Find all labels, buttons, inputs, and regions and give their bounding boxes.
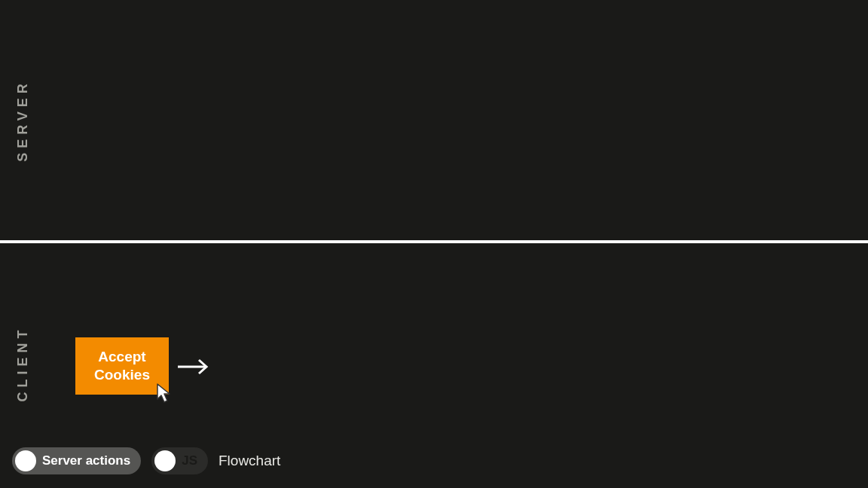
diagram-stage: SERVER CLIENT Accept Cookies Server acti…: [0, 0, 868, 488]
toggle-js-label: JS: [182, 453, 197, 468]
toggle-knob: [154, 450, 176, 471]
accept-cookies-line2: Cookies: [94, 367, 150, 383]
server-panel-label: SERVER: [15, 79, 31, 162]
toggle-js[interactable]: JS: [151, 447, 208, 474]
accept-cookies-button[interactable]: Accept Cookies: [75, 337, 169, 395]
server-panel: SERVER: [0, 0, 868, 240]
toggle-server-actions[interactable]: Server actions: [12, 447, 141, 474]
accept-cookies-button-text: Accept Cookies: [94, 348, 150, 384]
toggle-knob: [15, 450, 36, 471]
accept-cookies-line1: Accept: [98, 349, 145, 364]
cursor-icon: [157, 383, 172, 404]
toggle-server-actions-label: Server actions: [42, 453, 130, 468]
client-panel-label: CLIENT: [15, 326, 31, 402]
arrow-right-icon: [176, 358, 209, 376]
controls-bar: Server actions JS Flowchart: [12, 447, 280, 474]
flowchart-label: Flowchart: [219, 453, 280, 469]
